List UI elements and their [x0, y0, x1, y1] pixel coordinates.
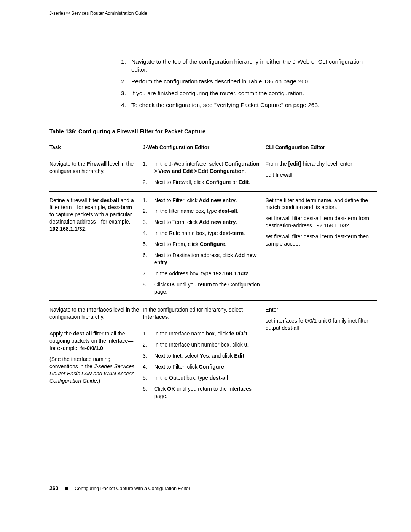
intro-text-3: If you are finished configuring the rout…	[131, 89, 377, 97]
jweb-cell: 1.Next to Filter, click Add new entry. 2…	[143, 191, 266, 301]
th-task: Task	[49, 140, 143, 155]
page-footer: 260 Configuring Packet Capture with a Co…	[49, 485, 377, 491]
task-cell: Define a firewall filter dest-all and a …	[49, 191, 143, 301]
th-cli: CLI Configuration Editor	[266, 140, 377, 155]
intro-num-4: 4.	[116, 101, 131, 109]
cli-cell: From the [edit] hierarchy level, enter e…	[266, 155, 377, 191]
intro-text-2: Perform the configuration tasks describe…	[131, 78, 377, 86]
intro-text-4: To check the configuration, see "Verifyi…	[131, 101, 377, 109]
task-cell: Navigate to the Interfaces level in the …	[49, 301, 143, 326]
th-jweb: J-Web Configuration Editor	[143, 140, 266, 155]
square-icon	[65, 487, 68, 490]
cli-cell: Enter set interfaces fe-0/0/1 unit 0 fam…	[266, 301, 377, 405]
task-cell: Navigate to the Firewall level in the co…	[49, 155, 143, 191]
table-row: Navigate to the Firewall level in the co…	[49, 155, 377, 191]
running-head: J-series™ Services Router Administration…	[49, 11, 377, 16]
intro-steps: 1.Navigate to the top of the configurati…	[116, 58, 377, 109]
table-row: Define a firewall filter dest-all and a …	[49, 191, 377, 301]
jweb-cell: 1.In the Interface name box, click fe-0/…	[143, 326, 266, 405]
table-row: Navigate to the Interfaces level in the …	[49, 301, 377, 326]
intro-num-3: 3.	[116, 89, 131, 97]
cli-cell: Set the filter and term name, and define…	[266, 191, 377, 301]
intro-text-1: Navigate to the top of the configuration…	[131, 58, 377, 74]
jweb-cell: In the configuration editor hierarchy, s…	[143, 301, 266, 326]
config-table: Task J-Web Configuration Editor CLI Conf…	[49, 140, 377, 406]
page-number: 260	[49, 485, 58, 491]
intro-num-1: 1.	[116, 58, 131, 74]
intro-num-2: 2.	[116, 78, 131, 86]
jweb-cell: 1.In the J-Web interface, select Configu…	[143, 155, 266, 191]
task-cell: Apply the dest-all filter to all the out…	[49, 326, 143, 405]
table-title: Table 136: Configuring a Firewall Filter…	[49, 128, 377, 134]
footer-section: Configuring Packet Capture with a Config…	[75, 486, 190, 491]
